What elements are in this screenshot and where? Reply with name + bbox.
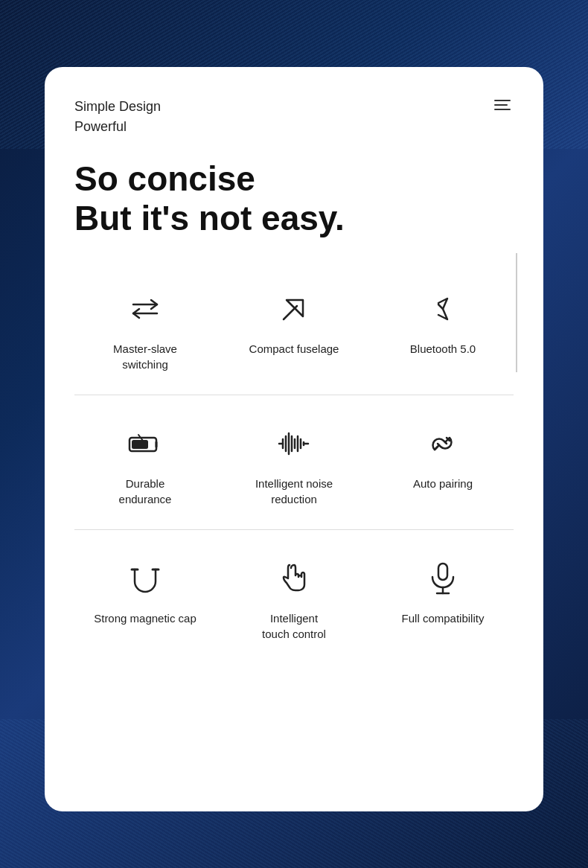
- link-icon: [424, 425, 461, 462]
- feature-label-compact: Compact fuselage: [249, 341, 339, 357]
- mic-icon: [424, 560, 461, 597]
- feature-label-battery: Durableendurance: [119, 476, 172, 507]
- feature-label-pairing: Auto pairing: [413, 476, 473, 491]
- svg-rect-23: [438, 564, 447, 580]
- svg-line-4: [438, 304, 443, 309]
- touch-icon: [275, 560, 313, 597]
- magnet-icon: [127, 560, 164, 597]
- bluetooth-icon: [424, 290, 461, 328]
- subtitle: Simple Design Powerful: [74, 97, 161, 137]
- subtitle-line1: Simple Design: [74, 97, 161, 117]
- menu-button[interactable]: [491, 97, 514, 113]
- hero-line1: So concise: [74, 159, 514, 199]
- battery-icon: [127, 425, 164, 462]
- feature-noise: Intelligent noisereduction: [223, 410, 365, 514]
- features-row-1: Master-slaveswitching Compact fuselage B…: [74, 275, 514, 380]
- waveform-icon: [275, 425, 313, 462]
- feature-label-compat: Full compatibility: [402, 610, 485, 626]
- feature-label-touch: Intelligenttouch control: [262, 610, 326, 642]
- hero-line2: But it's not easy.: [74, 199, 514, 238]
- features-row-3: Strong magnetic cap Intelligenttouch con…: [74, 545, 514, 649]
- feature-compat: Full compatibility: [372, 545, 514, 649]
- svg-line-19: [435, 447, 438, 450]
- feature-label-bluetooth: Bluetooth 5.0: [410, 341, 476, 357]
- feature-pairing: Auto pairing: [372, 410, 514, 514]
- transfer-icon: [127, 290, 164, 328]
- send-icon: [275, 290, 313, 328]
- svg-rect-7: [132, 441, 147, 448]
- divider-2: [74, 529, 514, 530]
- feature-bluetooth: Bluetooth 5.0: [372, 275, 514, 380]
- main-card: Simple Design Powerful So concise But it…: [45, 67, 543, 811]
- subtitle-line2: Powerful: [74, 117, 161, 137]
- feature-master-slave: Master-slaveswitching: [74, 275, 216, 380]
- divider-1: [74, 395, 514, 395]
- feature-magnet: Strong magnetic cap: [74, 545, 216, 649]
- features-row-2: Durableendurance Intelligent noisere: [74, 410, 514, 514]
- feature-label-noise: Intelligent noisereduction: [255, 476, 333, 507]
- feature-battery: Durableendurance: [74, 410, 216, 514]
- card-header: Simple Design Powerful: [74, 97, 514, 137]
- feature-label-magnet: Strong magnetic cap: [94, 610, 196, 626]
- vertical-divider: [516, 253, 517, 372]
- feature-compact: Compact fuselage: [223, 275, 365, 380]
- feature-label-master-slave: Master-slaveswitching: [113, 341, 177, 372]
- hero-section: So concise But it's not easy.: [74, 159, 514, 238]
- feature-touch: Intelligenttouch control: [223, 545, 365, 649]
